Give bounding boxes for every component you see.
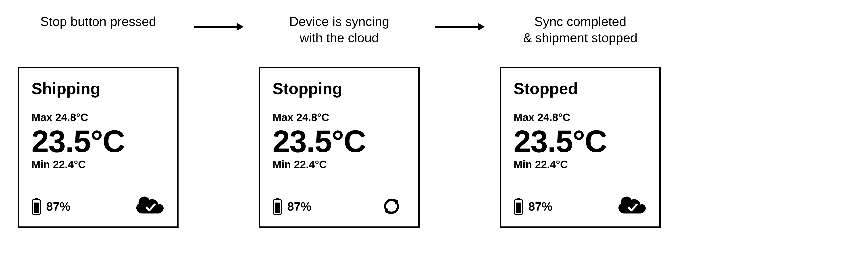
min-temp: Min 22.4°C (31, 158, 165, 171)
arrow-right-icon (433, 13, 487, 33)
current-temp: 23.5°C (31, 126, 165, 157)
battery-percent: 87% (287, 200, 311, 213)
panel-footer: 87% (31, 195, 165, 217)
device-panel-stopped: Stopped Max 24.8°C 23.5°C Min 22.4°C 87% (500, 67, 661, 228)
min-temp: Min 22.4°C (514, 158, 647, 171)
caption-line: & shipment stopped (523, 30, 638, 46)
workflow-diagram: Stop button pressed Shipping Max 24.8°C … (18, 13, 850, 228)
current-temp: 23.5°C (273, 126, 406, 157)
device-panel-shipping: Shipping Max 24.8°C 23.5°C Min 22.4°C 87… (18, 67, 179, 228)
max-temp: Max 24.8°C (514, 111, 647, 123)
caption-line: with the cloud (289, 30, 389, 46)
caption-line: Device is syncing (289, 13, 389, 30)
max-temp: Max 24.8°C (273, 111, 406, 123)
stage-3: Sync completed & shipment stopped Stoppe… (500, 13, 661, 228)
panel-footer: 87% (514, 195, 647, 217)
svg-rect-10 (516, 203, 521, 213)
battery-percent: 87% (46, 200, 70, 213)
arrow-right-icon (192, 13, 246, 33)
battery-icon (273, 197, 282, 215)
panel-title: Stopped (514, 80, 647, 98)
battery-percent: 87% (528, 200, 552, 213)
panel-footer: 87% (273, 195, 406, 217)
stage-3-caption: Sync completed & shipment stopped (523, 13, 638, 49)
stage-2: Device is syncing with the cloud Stoppin… (259, 13, 420, 228)
stage-2-caption: Device is syncing with the cloud (289, 13, 389, 49)
battery-status: 87% (273, 197, 311, 215)
battery-status: 87% (514, 197, 552, 215)
device-panel-stopping: Stopping Max 24.8°C 23.5°C Min 22.4°C 87… (259, 67, 420, 228)
cloud-check-icon (618, 195, 647, 217)
current-temp: 23.5°C (514, 126, 647, 157)
battery-status: 87% (31, 197, 70, 215)
max-temp: Max 24.8°C (31, 111, 165, 123)
min-temp: Min 22.4°C (273, 158, 406, 171)
stage-1: Stop button pressed Shipping Max 24.8°C … (18, 13, 179, 228)
cloud-check-icon (136, 195, 165, 217)
battery-icon (31, 197, 41, 215)
caption-line: Stop button pressed (40, 13, 156, 30)
panel-title: Stopping (273, 80, 406, 98)
battery-icon (514, 197, 523, 215)
sync-icon (377, 195, 406, 217)
svg-rect-6 (275, 203, 280, 213)
caption-line: Sync completed (523, 13, 638, 30)
svg-rect-2 (34, 203, 39, 213)
stage-1-caption: Stop button pressed (40, 13, 156, 49)
panel-title: Shipping (31, 80, 165, 98)
